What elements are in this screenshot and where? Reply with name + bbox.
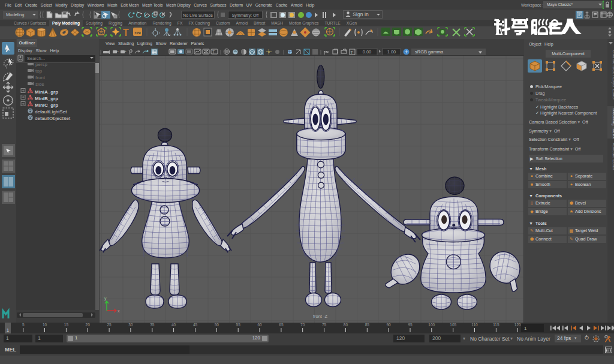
- svg-text:60: 60: [257, 323, 262, 327]
- svg-text:55: 55: [236, 323, 241, 327]
- svg-text:svg: svg: [134, 31, 141, 34]
- svg-text:20: 20: [86, 323, 91, 327]
- svg-text:y: y: [104, 296, 107, 301]
- svg-text:side: side: [35, 82, 44, 87]
- svg-text:1.00: 1.00: [387, 49, 396, 55]
- svg-text:front: front: [35, 75, 46, 80]
- svg-text:40: 40: [171, 323, 176, 327]
- svg-text:110: 110: [471, 323, 478, 327]
- svg-text:90: 90: [386, 323, 391, 327]
- svg-text:25: 25: [107, 323, 112, 327]
- svg-text:1: 1: [7, 328, 9, 332]
- svg-text:Attribute Editor: Attribute Editor: [612, 143, 614, 171]
- svg-text:+: +: [117, 49, 119, 53]
- svg-text:120: 120: [514, 323, 521, 327]
- svg-text:100: 100: [428, 323, 435, 327]
- svg-text:T: T: [212, 50, 215, 54]
- svg-text:1: 1: [524, 326, 527, 331]
- svg-text:15: 15: [64, 323, 69, 327]
- svg-text:front -Z: front -Z: [313, 314, 328, 319]
- svg-text:30: 30: [128, 323, 133, 327]
- svg-text:10: 10: [43, 323, 47, 327]
- svg-text:65: 65: [279, 323, 284, 327]
- svg-text:MiniB_grp: MiniB_grp: [35, 96, 58, 101]
- svg-text:75: 75: [322, 323, 327, 327]
- svg-text:45: 45: [193, 323, 198, 327]
- svg-text:Channel Box / Layer Editor: Channel Box / Layer Editor: [612, 50, 614, 100]
- svg-text:x: x: [118, 309, 120, 313]
- svg-text:MiniC_grp: MiniC_grp: [35, 103, 58, 108]
- svg-text:70: 70: [300, 323, 305, 327]
- svg-text:T: T: [351, 50, 354, 55]
- svg-text:115: 115: [493, 323, 499, 327]
- svg-text:85: 85: [365, 323, 370, 327]
- svg-text:50: 50: [215, 323, 219, 327]
- svg-text:defaultLightSet: defaultLightSet: [35, 109, 67, 115]
- svg-text:persp: persp: [35, 63, 48, 67]
- svg-text:sRGB gamma: sRGB gamma: [415, 49, 444, 55]
- svg-text:MiniA_grp: MiniA_grp: [35, 89, 58, 95]
- svg-text:80: 80: [344, 323, 348, 327]
- svg-text:5: 5: [22, 323, 25, 327]
- svg-text:95: 95: [408, 323, 413, 327]
- svg-text:0.00: 0.00: [363, 49, 372, 55]
- svg-text:+: +: [125, 49, 127, 53]
- svg-text:105: 105: [450, 323, 456, 327]
- svg-text:T: T: [123, 28, 129, 38]
- svg-text:defaultObjectSet: defaultObjectSet: [35, 116, 71, 121]
- svg-text:35: 35: [150, 323, 155, 327]
- svg-text:top: top: [35, 68, 43, 74]
